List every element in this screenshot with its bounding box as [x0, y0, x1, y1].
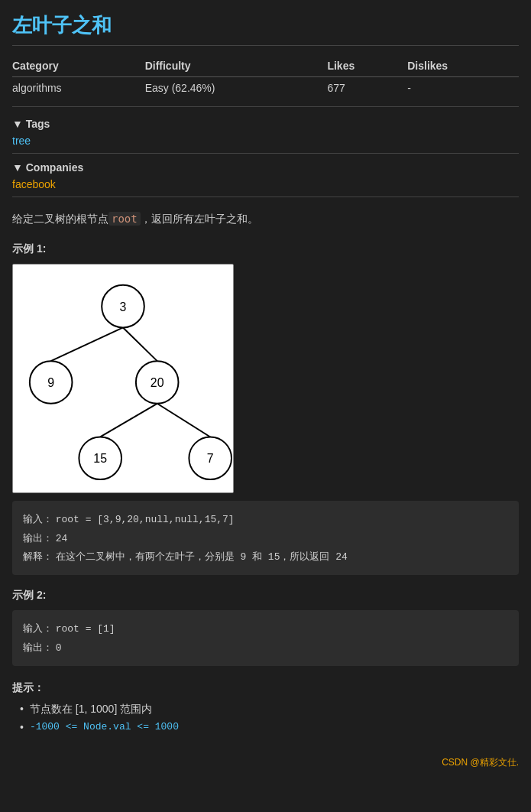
svg-text:20: 20	[151, 376, 164, 389]
hints-list: 节点数在 [1, 1000] 范围内 -1000 <= Node.val <= …	[12, 703, 519, 733]
example2-input-label: 输入：	[23, 622, 53, 634]
page-title: 左叶子之和	[12, 12, 519, 46]
hint-1-text: 节点数在 [1, 1000] 范围内	[30, 703, 152, 716]
example2-output-line: 输出： 0	[23, 638, 508, 657]
companies-section: ▼ Companies facebook	[12, 161, 519, 197]
col-header-category: Category	[12, 55, 145, 77]
tags-header[interactable]: ▼ Tags	[12, 118, 519, 130]
svg-line-3	[157, 404, 211, 437]
example1-explain-line: 解释： 在这个二叉树中，有两个左叶子，分别是 9 和 15，所以返回 24	[23, 547, 508, 566]
problem-description: 给定二叉树的根节点root，返回所有左叶子之和。	[12, 209, 519, 229]
companies-header-label: ▼ Companies	[12, 161, 83, 174]
tags-list: tree	[12, 135, 519, 147]
svg-text:9: 9	[47, 376, 54, 389]
tree-diagram: 3 9 20 15 7	[12, 264, 234, 493]
cell-likes: 677	[327, 77, 407, 99]
col-header-likes: Likes	[327, 55, 407, 77]
svg-text:15: 15	[93, 452, 107, 465]
example1-output-value: 24	[56, 533, 68, 544]
desc-prefix: 给定二叉树的根节点	[12, 213, 108, 225]
example2-code: 输入： root = [1] 输出： 0	[12, 610, 519, 666]
svg-line-0	[51, 328, 123, 362]
tag-tree[interactable]: tree	[12, 135, 31, 147]
hints-title: 提示：	[12, 681, 519, 695]
cell-category: algorithms	[12, 77, 145, 99]
example2-input-line: 输入： root = [1]	[23, 619, 508, 638]
cell-dislikes: -	[407, 77, 519, 99]
example2-section: 示例 2: 输入： root = [1] 输出： 0	[12, 589, 519, 666]
svg-text:3: 3	[120, 300, 127, 313]
example1-code: 输入： root = [3,9,20,null,null,15,7] 输出： 2…	[12, 501, 519, 575]
hint-2-text: -1000 <= Node.val <= 1000	[30, 721, 179, 732]
svg-line-1	[123, 328, 157, 362]
desc-code-root: root	[108, 212, 141, 226]
tags-header-label: ▼ Tags	[12, 118, 50, 130]
companies-list: facebook	[12, 178, 519, 190]
example1-explain-value: 在这个二叉树中，有两个左叶子，分别是 9 和 15，所以返回 24	[56, 551, 348, 563]
list-item: 节点数在 [1, 1000] 范围内	[20, 703, 519, 716]
stats-table: Category Difficulty Likes Dislikes algor…	[12, 55, 519, 99]
example2-title: 示例 2:	[12, 589, 519, 603]
col-header-difficulty: Difficulty	[145, 55, 328, 77]
tags-section: ▼ Tags tree	[12, 118, 519, 154]
stats-table-section: Category Difficulty Likes Dislikes algor…	[12, 55, 519, 107]
footer: CSDN @精彩文仕.	[12, 756, 519, 769]
example1-output-label: 输出：	[23, 532, 53, 544]
companies-header[interactable]: ▼ Companies	[12, 161, 519, 174]
desc-suffix: ，返回所有左叶子之和。	[141, 213, 258, 225]
col-header-dislikes: Dislikes	[407, 55, 519, 77]
example1-output-line: 输出： 24	[23, 529, 508, 547]
example1-input-line: 输入： root = [3,9,20,null,null,15,7]	[23, 510, 508, 528]
example2-output-label: 输出：	[23, 641, 53, 653]
example1-title: 示例 1:	[12, 242, 519, 256]
hints-section: 提示： 节点数在 [1, 1000] 范围内 -1000 <= Node.val…	[12, 681, 519, 733]
example2-output-value: 0	[56, 642, 62, 654]
example1-explain-label: 解释：	[23, 551, 53, 562]
table-row: algorithms Easy (62.46%) 677 -	[12, 77, 519, 99]
example1-input-value: root = [3,9,20,null,null,15,7]	[56, 514, 235, 525]
example1-section: 示例 1: 3 9 20 15 7 输入： root = [3,9,20,nul…	[12, 242, 519, 575]
svg-text:7: 7	[207, 452, 214, 465]
list-item: -1000 <= Node.val <= 1000	[20, 721, 519, 733]
cell-difficulty: Easy (62.46%)	[145, 77, 328, 99]
svg-line-2	[100, 404, 157, 437]
company-facebook[interactable]: facebook	[12, 178, 56, 190]
footer-text: CSDN @精彩文仕.	[442, 757, 519, 768]
example2-input-value: root = [1]	[56, 623, 115, 635]
tree-svg: 3 9 20 15 7	[13, 265, 233, 492]
example1-input-label: 输入：	[23, 513, 53, 525]
